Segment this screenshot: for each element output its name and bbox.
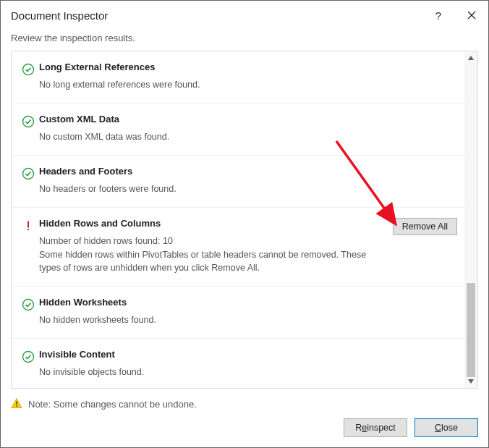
checkmark-ok-icon	[22, 115, 35, 128]
close-button[interactable]: Close	[414, 418, 478, 437]
svg-marker-10	[468, 379, 474, 384]
reinspect-button[interactable]: Reinspect	[344, 418, 407, 437]
warning-icon	[11, 397, 22, 411]
checkmark-ok-icon	[22, 298, 35, 311]
result-body: Hidden Rows and ColumnsNumber of hidden …	[38, 218, 386, 274]
scroll-down-arrow-icon[interactable]	[464, 375, 477, 388]
result-description: No invisible objects found.	[39, 365, 457, 379]
results-list: Long External ReferencesNo long external…	[12, 51, 464, 388]
result-body: Invisible ContentNo invisible objects fo…	[38, 349, 457, 379]
result-heading: Custom XML Data	[39, 114, 457, 130]
result-item: Hidden Rows and ColumnsNumber of hidden …	[12, 208, 464, 286]
svg-rect-13	[16, 405, 17, 407]
svg-point-8	[23, 351, 34, 362]
svg-point-3	[23, 117, 34, 127]
status-warn-icon	[19, 218, 38, 232]
titlebar: Document Inspector ?	[1, 1, 488, 30]
result-description: No custom XML data was found.	[39, 130, 457, 143]
result-item: Headers and FootersNo headers or footers…	[12, 156, 464, 208]
result-body: Headers and FootersNo headers or footers…	[38, 166, 457, 195]
status-ok-icon	[19, 62, 38, 76]
subtitle: Review the inspection results.	[1, 30, 488, 51]
status-ok-icon	[19, 114, 38, 128]
result-description: No headers or footers were found.	[39, 182, 457, 195]
result-heading: Hidden Worksheets	[39, 297, 457, 313]
close-window-button[interactable]	[455, 1, 488, 30]
svg-point-2	[23, 64, 34, 75]
svg-point-4	[23, 169, 34, 179]
help-button[interactable]: ?	[422, 1, 455, 30]
footer-note-text: Note: Some changes cannot be undone.	[28, 399, 197, 410]
svg-point-7	[23, 299, 34, 310]
scroll-up-arrow-icon[interactable]	[464, 51, 477, 64]
result-item: Custom XML DataNo custom XML data was fo…	[12, 103, 464, 156]
window-title: Document Inspector	[11, 9, 422, 22]
svg-rect-6	[27, 229, 29, 230]
scrollbar[interactable]	[464, 51, 477, 388]
close-icon	[467, 11, 476, 20]
result-description: Number of hidden rows found: 10Some hidd…	[39, 234, 386, 274]
status-ok-icon	[19, 349, 38, 363]
svg-rect-5	[27, 221, 29, 228]
result-item: Long External ReferencesNo long external…	[12, 51, 464, 103]
svg-marker-9	[468, 56, 474, 60]
result-item: Hidden WorksheetsNo hidden worksheets fo…	[12, 287, 464, 339]
result-description: No hidden worksheets found.	[39, 313, 457, 326]
result-body: Hidden WorksheetsNo hidden worksheets fo…	[38, 297, 457, 326]
result-description: No long external references were found.	[39, 78, 457, 91]
status-ok-icon	[19, 297, 38, 311]
result-heading: Invisible Content	[39, 349, 457, 365]
checkmark-ok-icon	[22, 167, 35, 180]
checkmark-ok-icon	[22, 350, 35, 363]
svg-rect-12	[16, 402, 17, 405]
document-inspector-dialog: Document Inspector ? Review the inspecti…	[0, 0, 489, 448]
scrollbar-thumb[interactable]	[467, 283, 475, 377]
status-ok-icon	[19, 166, 38, 180]
footer-note: Note: Some changes cannot be undone.	[1, 389, 488, 415]
results-area: Long External ReferencesNo long external…	[11, 51, 478, 389]
result-item: Invisible ContentNo invisible objects fo…	[12, 339, 464, 388]
result-heading: Long External References	[39, 62, 457, 78]
result-body: Custom XML DataNo custom XML data was fo…	[38, 114, 457, 143]
dialog-buttons: Reinspect Close	[1, 415, 488, 447]
result-heading: Headers and Footers	[39, 166, 457, 182]
remove-all-button[interactable]: Remove All	[393, 218, 457, 235]
result-heading: Hidden Rows and Columns	[39, 218, 386, 234]
result-action: Remove All	[386, 218, 457, 235]
checkmark-ok-icon	[22, 63, 35, 76]
result-body: Long External ReferencesNo long external…	[38, 62, 457, 91]
exclamation-warn-icon	[22, 219, 35, 232]
